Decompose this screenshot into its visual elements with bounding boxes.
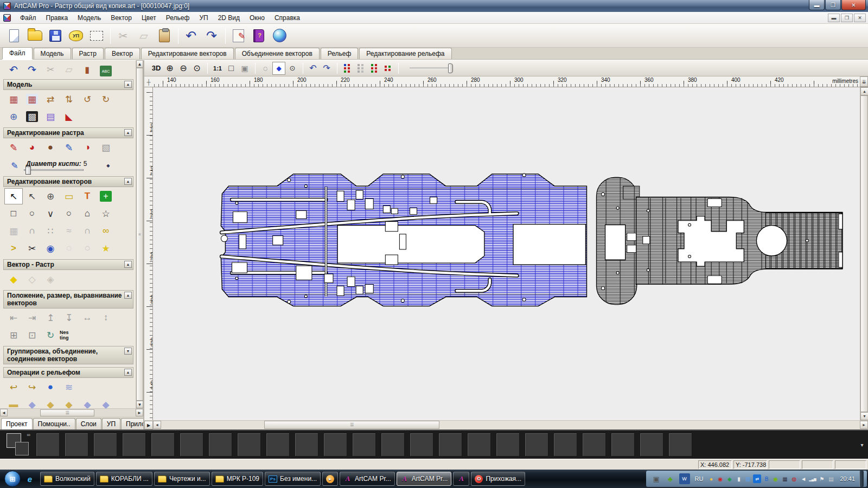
sidebar-scroll-up-icon[interactable]: ▲ [136, 60, 143, 68]
align-left-icon[interactable]: ⇤ [4, 310, 23, 326]
panel-collapse-icon[interactable]: ▲ [124, 261, 132, 268]
colour-swatch[interactable] [611, 433, 635, 457]
taskbar-button-Чертежи и...[interactable]: Чертежи и... [154, 472, 210, 486]
colour-swatch[interactable] [352, 433, 376, 457]
paste-icon[interactable]: ▱ [60, 62, 78, 76]
wrap-text-circle-icon[interactable]: ↻ [41, 327, 60, 343]
create-circle-icon[interactable]: ○ [23, 206, 41, 222]
phone-tray-icon[interactable]: ▮ [735, 474, 743, 483]
assistant-tab-Модель[interactable]: Модель [34, 48, 71, 59]
load-relief-icon[interactable]: ↩ [4, 379, 23, 395]
rotate-cw-icon[interactable]: ↻ [97, 91, 115, 107]
panel-collapse-icon[interactable]: ▲ [124, 81, 132, 88]
colour-swatch[interactable] [151, 433, 175, 457]
zoom-previous-button[interactable]: ⊙ [190, 62, 203, 75]
menu-Файл[interactable]: Файл [15, 13, 41, 23]
taskbar-button-media[interactable]: ▸ [322, 472, 338, 486]
nvidia-tray-icon[interactable]: ◉ [771, 474, 780, 483]
taskbar-button-artcam[interactable]: A [453, 472, 469, 486]
trace-bitmap-icon[interactable]: ◈ [41, 271, 60, 287]
measure-icon[interactable]: ▭ [60, 188, 78, 204]
colour-swatch[interactable] [668, 433, 692, 457]
menu-Цвет[interactable]: Цвет [137, 13, 161, 23]
colour-link-icon[interactable]: ∞ [27, 432, 30, 438]
redo-icon[interactable]: ↷ [23, 62, 41, 76]
brush-diameter-slider[interactable] [24, 169, 84, 171]
texture-relief-icon[interactable]: ● [41, 379, 60, 395]
fit-spline-icon[interactable]: ≈ [60, 223, 78, 239]
join-close-icon[interactable]: ◌ [78, 240, 97, 256]
node-editing-icon[interactable]: ↖ [23, 188, 41, 204]
start-button[interactable]: ⊞ [4, 471, 21, 487]
save-relief-icon[interactable]: ↪ [23, 379, 41, 395]
sidebar-tab-Проект[interactable]: Проект [1, 418, 33, 429]
trim-vectors-icon[interactable]: ✂ [23, 240, 41, 256]
nesting-icon[interactable]: Nes ting [60, 327, 78, 343]
avira-tray-icon[interactable]: ◉ [716, 474, 724, 483]
contrast-slider[interactable] [402, 62, 456, 75]
flood-replace-icon[interactable]: ◑ [78, 139, 97, 156]
colour-swatch[interactable] [381, 433, 405, 457]
create-text-icon[interactable]: T [78, 188, 97, 204]
canvas-vscroll-thumb[interactable] [860, 95, 868, 412]
network-tray-icon[interactable]: ▂▄▆ [808, 474, 816, 483]
colour-swatch[interactable] [582, 433, 606, 457]
canvas-hscroll-thumb[interactable]: ☰ [264, 421, 439, 429]
panel-collapse-icon[interactable]: ▼ [124, 348, 132, 355]
center-height-icon[interactable]: ↕ [97, 310, 115, 326]
mirror-horizontal-icon[interactable]: ⇄ [41, 91, 60, 107]
menu-Правка[interactable]: Правка [41, 13, 73, 23]
fillet-icon[interactable]: > [4, 240, 23, 256]
view-3d-button[interactable]: 3D [150, 62, 163, 75]
show-bitmap-button[interactable]: ◆ [272, 62, 285, 75]
colour-link-button[interactable] [368, 62, 381, 75]
toolpaths-button[interactable]: УП [66, 26, 86, 46]
align-bottom-icon[interactable]: ↧ [60, 310, 78, 326]
display-tray-icon[interactable]: ▦ [781, 474, 789, 483]
assistant-tab-Редактирование рельефа[interactable]: Редактирование рельефа [359, 48, 451, 59]
sidebar-scroll-left-icon[interactable]: ◄ [0, 409, 8, 416]
mdi-restore-button[interactable]: ❐ [841, 14, 853, 22]
colour-swatch[interactable] [323, 433, 347, 457]
menu-Справка[interactable]: Справка [270, 13, 305, 23]
align-top-icon[interactable]: ↥ [41, 310, 60, 326]
scanner-tray-icon[interactable]: ▥ [744, 474, 752, 483]
create-polyline-icon[interactable]: ∨ [41, 206, 60, 222]
colour-swatch[interactable] [237, 433, 261, 457]
previous-view-button[interactable]: ↶ [307, 62, 320, 75]
set-model-position-icon[interactable]: ▦ [26, 94, 38, 105]
offset-vectors-icon[interactable]: ★ [97, 240, 115, 256]
taskbar-button-ArtCAM Pr...[interactable]: AArtCAM Pr... [397, 472, 452, 486]
mdi-minimize-button[interactable]: ▬ [828, 14, 840, 22]
primary-colour-pair[interactable]: ∞ [7, 432, 31, 457]
cut-icon[interactable]: ✂ [41, 62, 60, 76]
colour-swatch[interactable] [496, 433, 520, 457]
updates-tray-icon[interactable]: ▤ [827, 474, 835, 483]
model-resolution-icon[interactable]: ▤ [41, 108, 60, 125]
menu-УП[interactable]: УП [194, 13, 213, 23]
menu-Вектор[interactable]: Вектор [106, 13, 137, 23]
colour-swatch[interactable] [65, 433, 88, 457]
drawing-canvas[interactable] [153, 87, 860, 420]
canvas-scroll-left-icon[interactable]: ◄ [153, 421, 161, 429]
canvas-hscrollbar[interactable]: ▶ ◄ ☰ ► [144, 420, 868, 429]
center-in-page-icon[interactable]: ⊞ [4, 327, 23, 343]
canvas-vscrollbar[interactable]: ▲ ▼ [860, 87, 868, 420]
zoom-out-button[interactable]: ⊖ [177, 62, 190, 75]
sidebar-scroll-thumb[interactable]: ≡ [136, 68, 143, 401]
pan-corner-button[interactable]: ▶ [144, 421, 153, 429]
word-tray-icon[interactable]: W [679, 473, 690, 484]
brush-slider-knob[interactable] [25, 166, 31, 175]
create-ellipse-icon[interactable]: ○ [60, 206, 78, 222]
assistant-tab-Редактирование векторов[interactable]: Редактирование векторов [141, 48, 234, 59]
panel-collapse-icon[interactable]: ▲ [124, 292, 132, 299]
colour-swatch[interactable] [525, 433, 548, 457]
colour-swatch[interactable] [295, 433, 318, 457]
taskbar-button-Прихожая...[interactable]: OПрихожая... [471, 472, 525, 486]
minimize-button[interactable]: ▬ [809, 0, 825, 10]
sidebar-tab-Слои[interactable]: Слои [76, 418, 101, 429]
mdi-close-button[interactable]: ✕ [854, 14, 866, 22]
zoom-page-button[interactable]: □ [225, 62, 238, 75]
select-area-button[interactable] [87, 26, 106, 46]
center-width-icon[interactable]: ↔ [78, 310, 97, 326]
